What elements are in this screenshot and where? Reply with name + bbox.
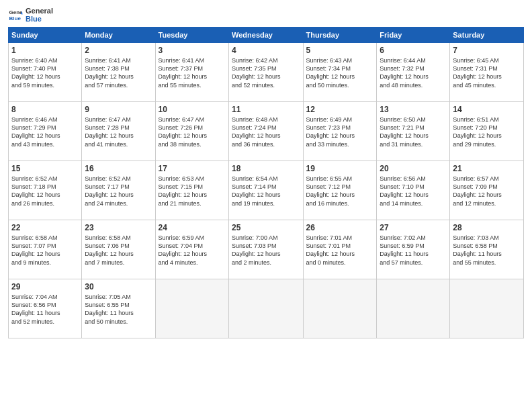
calendar-cell [450, 279, 524, 338]
day-info: Sunrise: 6:42 AM Sunset: 7:35 PM Dayligh… [232, 56, 300, 89]
day-info: Sunrise: 6:41 AM Sunset: 7:37 PM Dayligh… [159, 56, 226, 89]
calendar-header-monday: Monday [82, 28, 155, 43]
day-info: Sunrise: 7:00 AM Sunset: 7:03 PM Dayligh… [232, 234, 300, 267]
calendar-header-friday: Friday [377, 28, 450, 43]
day-number: 23 [85, 222, 152, 233]
calendar-header-sunday: Sunday [9, 28, 82, 43]
day-number: 8 [11, 104, 79, 115]
header: General Blue General Blue [8, 7, 524, 23]
calendar-cell: 25Sunrise: 7:00 AM Sunset: 7:03 PM Dayli… [229, 220, 303, 279]
day-info: Sunrise: 7:04 AM Sunset: 6:56 PM Dayligh… [11, 293, 79, 326]
day-info: Sunrise: 6:50 AM Sunset: 7:21 PM Dayligh… [380, 116, 447, 148]
logo: General Blue General Blue [8, 7, 53, 23]
calendar-cell: 11Sunrise: 6:48 AM Sunset: 7:24 PM Dayli… [229, 102, 303, 161]
day-number: 17 [159, 163, 226, 174]
calendar-cell: 10Sunrise: 6:47 AM Sunset: 7:26 PM Dayli… [155, 102, 228, 161]
day-number: 25 [232, 222, 300, 233]
day-number: 10 [159, 104, 226, 115]
calendar-cell: 23Sunrise: 6:58 AM Sunset: 7:06 PM Dayli… [82, 220, 155, 279]
calendar-cell: 28Sunrise: 7:03 AM Sunset: 6:58 PM Dayli… [450, 220, 524, 279]
day-number: 27 [380, 222, 447, 233]
page: General Blue General Blue SundayMondayTu… [0, 0, 532, 411]
svg-text:General: General [9, 9, 23, 15]
day-number: 7 [453, 45, 521, 56]
calendar-cell: 8Sunrise: 6:46 AM Sunset: 7:29 PM Daylig… [9, 102, 82, 161]
calendar-cell: 24Sunrise: 6:59 AM Sunset: 7:04 PM Dayli… [155, 220, 228, 279]
calendar-cell: 14Sunrise: 6:51 AM Sunset: 7:20 PM Dayli… [450, 102, 524, 161]
calendar-cell: 21Sunrise: 6:57 AM Sunset: 7:09 PM Dayli… [450, 161, 524, 220]
calendar-cell: 1Sunrise: 6:40 AM Sunset: 7:40 PM Daylig… [9, 43, 82, 102]
day-info: Sunrise: 6:41 AM Sunset: 7:38 PM Dayligh… [85, 56, 152, 89]
day-number: 20 [380, 163, 447, 174]
day-number: 14 [453, 104, 521, 115]
calendar-header-thursday: Thursday [303, 28, 377, 43]
day-info: Sunrise: 6:49 AM Sunset: 7:23 PM Dayligh… [306, 116, 374, 148]
calendar-cell: 2Sunrise: 6:41 AM Sunset: 7:38 PM Daylig… [82, 43, 155, 102]
day-info: Sunrise: 6:43 AM Sunset: 7:34 PM Dayligh… [306, 56, 374, 89]
logo-text: General Blue [26, 7, 53, 23]
day-number: 3 [159, 45, 226, 56]
day-info: Sunrise: 7:02 AM Sunset: 6:59 PM Dayligh… [380, 234, 447, 267]
calendar-cell: 19Sunrise: 6:55 AM Sunset: 7:12 PM Dayli… [303, 161, 377, 220]
day-info: Sunrise: 6:44 AM Sunset: 7:32 PM Dayligh… [380, 56, 447, 89]
day-info: Sunrise: 6:55 AM Sunset: 7:12 PM Dayligh… [306, 175, 374, 208]
calendar-header-tuesday: Tuesday [155, 28, 228, 43]
day-number: 26 [306, 222, 374, 233]
calendar-table: SundayMondayTuesdayWednesdayThursdayFrid… [8, 27, 524, 338]
day-info: Sunrise: 6:51 AM Sunset: 7:20 PM Dayligh… [453, 116, 521, 148]
calendar-week-2: 8Sunrise: 6:46 AM Sunset: 7:29 PM Daylig… [9, 102, 524, 161]
day-number: 9 [85, 104, 152, 115]
day-number: 4 [232, 45, 300, 56]
calendar-cell: 13Sunrise: 6:50 AM Sunset: 7:21 PM Dayli… [377, 102, 450, 161]
day-number: 11 [232, 104, 300, 115]
day-info: Sunrise: 6:47 AM Sunset: 7:28 PM Dayligh… [85, 116, 152, 148]
calendar-cell: 22Sunrise: 6:58 AM Sunset: 7:07 PM Dayli… [9, 220, 82, 279]
calendar-cell: 20Sunrise: 6:56 AM Sunset: 7:10 PM Dayli… [377, 161, 450, 220]
calendar-header-saturday: Saturday [450, 28, 524, 43]
calendar-cell: 6Sunrise: 6:44 AM Sunset: 7:32 PM Daylig… [377, 43, 450, 102]
calendar-cell: 27Sunrise: 7:02 AM Sunset: 6:59 PM Dayli… [377, 220, 450, 279]
calendar-cell: 15Sunrise: 6:52 AM Sunset: 7:18 PM Dayli… [9, 161, 82, 220]
day-info: Sunrise: 6:48 AM Sunset: 7:24 PM Dayligh… [232, 116, 300, 148]
calendar-cell: 30Sunrise: 7:05 AM Sunset: 6:55 PM Dayli… [82, 279, 155, 338]
calendar-week-5: 29Sunrise: 7:04 AM Sunset: 6:56 PM Dayli… [9, 279, 524, 338]
day-number: 5 [306, 45, 374, 56]
day-info: Sunrise: 6:57 AM Sunset: 7:09 PM Dayligh… [453, 175, 521, 208]
calendar-cell: 3Sunrise: 6:41 AM Sunset: 7:37 PM Daylig… [155, 43, 228, 102]
day-number: 16 [85, 163, 152, 174]
day-info: Sunrise: 6:52 AM Sunset: 7:17 PM Dayligh… [85, 175, 152, 208]
day-number: 22 [11, 222, 79, 233]
calendar-cell: 16Sunrise: 6:52 AM Sunset: 7:17 PM Dayli… [82, 161, 155, 220]
svg-text:Blue: Blue [9, 15, 21, 21]
day-info: Sunrise: 6:47 AM Sunset: 7:26 PM Dayligh… [159, 116, 226, 148]
day-info: Sunrise: 6:58 AM Sunset: 7:07 PM Dayligh… [11, 234, 79, 267]
calendar-header-row: SundayMondayTuesdayWednesdayThursdayFrid… [9, 28, 524, 43]
day-number: 13 [380, 104, 447, 115]
calendar-cell [155, 279, 228, 338]
day-number: 24 [159, 222, 226, 233]
day-info: Sunrise: 7:03 AM Sunset: 6:58 PM Dayligh… [453, 234, 521, 267]
calendar-cell: 9Sunrise: 6:47 AM Sunset: 7:28 PM Daylig… [82, 102, 155, 161]
day-info: Sunrise: 7:01 AM Sunset: 7:01 PM Dayligh… [306, 234, 374, 267]
calendar-cell [229, 279, 303, 338]
calendar-cell: 7Sunrise: 6:45 AM Sunset: 7:31 PM Daylig… [450, 43, 524, 102]
day-number: 15 [11, 163, 79, 174]
calendar-week-3: 15Sunrise: 6:52 AM Sunset: 7:18 PM Dayli… [9, 161, 524, 220]
calendar-cell: 12Sunrise: 6:49 AM Sunset: 7:23 PM Dayli… [303, 102, 377, 161]
day-number: 21 [453, 163, 521, 174]
day-info: Sunrise: 6:53 AM Sunset: 7:15 PM Dayligh… [159, 175, 226, 208]
day-number: 19 [306, 163, 374, 174]
calendar-week-1: 1Sunrise: 6:40 AM Sunset: 7:40 PM Daylig… [9, 43, 524, 102]
day-info: Sunrise: 6:40 AM Sunset: 7:40 PM Dayligh… [11, 56, 79, 89]
calendar-cell [377, 279, 450, 338]
logo-icon: General Blue [8, 7, 23, 22]
day-number: 1 [11, 45, 79, 56]
day-number: 2 [85, 45, 152, 56]
calendar-cell: 5Sunrise: 6:43 AM Sunset: 7:34 PM Daylig… [303, 43, 377, 102]
day-info: Sunrise: 6:54 AM Sunset: 7:14 PM Dayligh… [232, 175, 300, 208]
calendar-cell: 17Sunrise: 6:53 AM Sunset: 7:15 PM Dayli… [155, 161, 228, 220]
calendar-cell: 26Sunrise: 7:01 AM Sunset: 7:01 PM Dayli… [303, 220, 377, 279]
calendar-header-wednesday: Wednesday [229, 28, 303, 43]
day-number: 30 [85, 281, 152, 292]
day-info: Sunrise: 6:58 AM Sunset: 7:06 PM Dayligh… [85, 234, 152, 267]
